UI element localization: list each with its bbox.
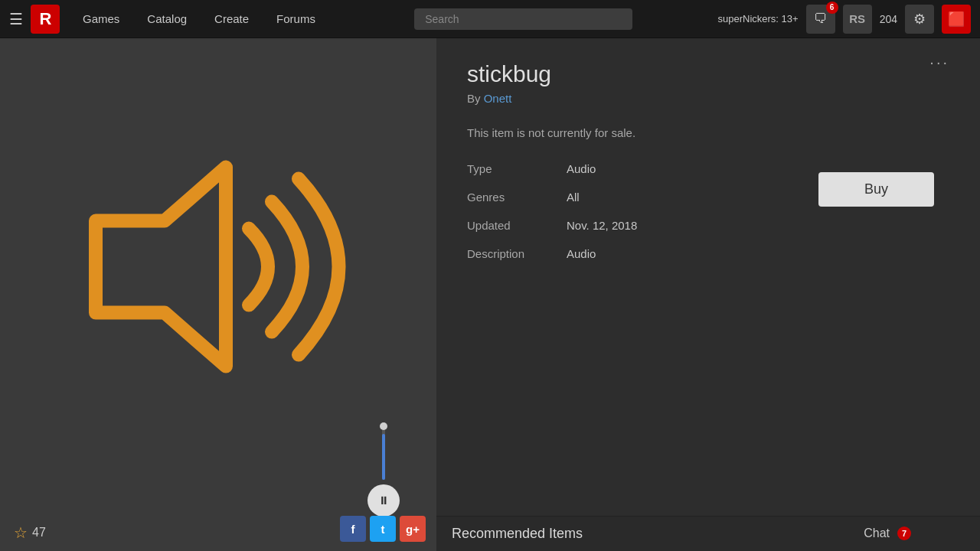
recommended-label: Recommended Items xyxy=(452,526,583,541)
chat-section: Chat 7 xyxy=(864,527,911,540)
svg-marker-0 xyxy=(96,168,226,367)
search-wrap xyxy=(329,8,718,30)
star-icon[interactable]: ☆ xyxy=(14,523,28,542)
volume-thumb[interactable] xyxy=(380,422,387,430)
buy-button[interactable]: Buy xyxy=(818,172,934,207)
avatar-icon: 🟥 xyxy=(948,11,965,28)
sale-status: This item is not currently for sale. xyxy=(467,126,949,139)
nav-right: superNickers: 13+ 🗨 6 RS 204 ⚙ 🟥 xyxy=(718,5,972,34)
volume-slider[interactable] xyxy=(378,422,389,480)
meta-label: Genres xyxy=(467,183,567,211)
roblox-icon-button[interactable]: RS xyxy=(843,5,872,34)
meta-value: Nov. 12, 2018 xyxy=(567,211,949,240)
social-row: f t g+ xyxy=(340,516,426,542)
meta-row: UpdatedNov. 12, 2018 xyxy=(467,211,949,240)
chat-label: Chat xyxy=(864,527,890,540)
audio-panel: ⏸ ☆ 47 f t g+ xyxy=(0,38,436,551)
robux-count: 204 xyxy=(880,13,897,25)
gear-icon: ⚙ xyxy=(913,11,926,28)
username-label: superNickers: 13+ xyxy=(718,13,799,24)
roblox-r-icon: RS xyxy=(849,12,865,25)
settings-button[interactable]: ⚙ xyxy=(905,5,934,34)
main-content: ⏸ ☆ 47 f t g+ ··· stickbug By Onett This… xyxy=(0,38,980,551)
twitter-share-button[interactable]: t xyxy=(370,516,396,542)
by-label: By xyxy=(467,92,481,105)
catalog-nav-link[interactable]: Catalog xyxy=(133,0,201,38)
details-panel: ··· stickbug By Onett This item is not c… xyxy=(436,38,980,551)
avatar-button[interactable]: 🟥 xyxy=(942,5,971,34)
meta-row: DescriptionAudio xyxy=(467,240,949,268)
roblox-logo[interactable]: R xyxy=(31,5,60,34)
googleplus-share-button[interactable]: g+ xyxy=(400,516,426,542)
create-nav-link[interactable]: Create xyxy=(201,0,263,38)
more-options-button[interactable]: ··· xyxy=(929,54,949,71)
notifications-button[interactable]: 🗨 6 xyxy=(806,5,835,34)
rating-row: ☆ 47 xyxy=(14,523,46,542)
item-title: stickbug xyxy=(467,61,949,87)
meta-value: Audio xyxy=(567,240,949,268)
navbar: ☰ R Games Catalog Create Forums superNic… xyxy=(0,0,980,38)
audio-speaker-icon xyxy=(50,137,387,397)
nav-links: Games Catalog Create Forums xyxy=(69,0,329,38)
chat-badge: 7 xyxy=(897,527,911,540)
author-link[interactable]: Onett xyxy=(484,92,512,105)
rating-count: 47 xyxy=(32,526,46,540)
volume-fill xyxy=(382,434,385,480)
meta-label: Updated xyxy=(467,211,567,240)
games-nav-link[interactable]: Games xyxy=(69,0,133,38)
meta-label: Description xyxy=(467,240,567,268)
audio-icon-wrap xyxy=(50,137,387,400)
meta-label: Type xyxy=(467,155,567,183)
notification-badge: 6 xyxy=(826,2,838,14)
item-author: By Onett xyxy=(467,92,949,105)
bell-icon: 🗨 xyxy=(814,11,828,27)
forums-nav-link[interactable]: Forums xyxy=(263,0,329,38)
volume-control: ⏸ xyxy=(368,422,400,517)
facebook-share-button[interactable]: f xyxy=(340,516,366,542)
volume-track xyxy=(382,422,385,480)
play-pause-button[interactable]: ⏸ xyxy=(368,484,400,517)
hamburger-icon[interactable]: ☰ xyxy=(9,10,23,28)
search-input[interactable] xyxy=(414,8,632,30)
